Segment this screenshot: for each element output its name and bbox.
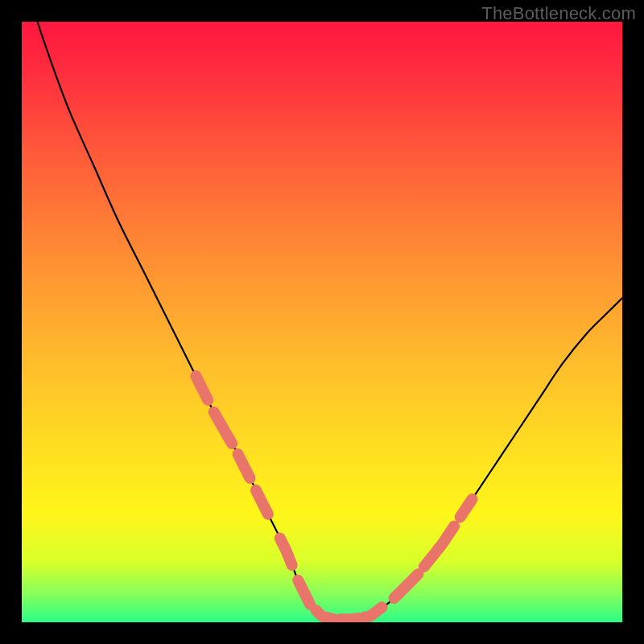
highlight-segment [394,574,419,598]
bottleneck-curve [22,22,622,620]
highlight-segment [280,539,292,566]
watermark-text: TheBottleneck.com [481,3,636,24]
highlight-segment [340,618,357,619]
highlight-segment [238,454,250,478]
highlight-segment [424,526,454,567]
bottleneck-chart [22,22,622,622]
highlight-segment [460,499,473,517]
highlight-segments [196,376,472,619]
highlight-segment [256,490,268,514]
highlight-segment [364,607,382,617]
highlight-segment [196,376,208,400]
highlight-segment [316,610,334,619]
chart-area [22,22,622,622]
highlight-segment [298,580,310,605]
highlight-segment [214,412,232,444]
